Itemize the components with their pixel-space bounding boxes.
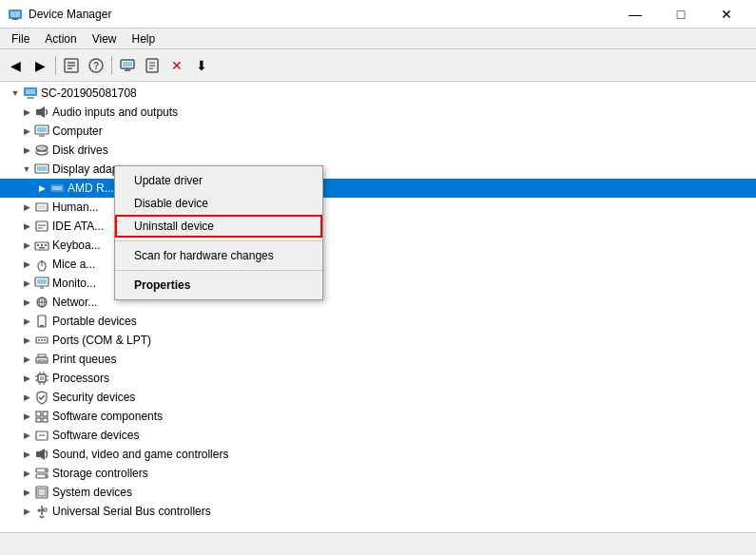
list-item[interactable]: ▶ Storage controllers [0,464,756,483]
properties-button[interactable] [60,54,83,77]
uninstall-button[interactable]: ✕ [165,54,188,77]
ctx-scan-hardware[interactable]: Scan for hardware changes [115,244,322,267]
back-button[interactable]: ◀ [4,54,27,77]
main-panel: ▼ SC-201905081708 ▶ Audio [0,82,756,532]
svg-rect-31 [37,166,47,171]
minimize-button[interactable]: — [613,0,657,29]
audio-icon [34,105,49,120]
mice-icon [34,257,49,272]
ctx-update-driver[interactable]: Update driver [115,169,322,192]
human-icon [34,200,49,215]
computer-button[interactable] [116,54,139,77]
app-icon [8,7,23,22]
svg-point-29 [36,145,48,151]
list-item[interactable]: ▶ Computer [0,122,756,141]
menu-file[interactable]: File [4,30,37,48]
security-icon [34,390,49,405]
svg-point-85 [45,475,47,477]
svg-rect-77 [43,418,48,422]
forward-button[interactable]: ▶ [29,54,51,77]
softcomp-label: Software components [52,410,163,423]
keyboard-label: Keyboa... [52,239,101,252]
svg-rect-62 [38,354,46,357]
softdev-icon [34,428,49,443]
list-item[interactable]: ▶ Ports (COM & LPT) [0,331,756,350]
download-button[interactable]: ⬇ [190,54,213,77]
cpu-label: Processors [52,372,109,385]
tree-root[interactable]: ▼ SC-201905081708 [0,84,756,103]
disk-label: Disk drives [52,144,108,157]
svg-rect-48 [37,279,47,284]
display-icon [34,162,49,177]
list-item[interactable]: ▶ Processors [0,369,756,388]
list-item[interactable]: ▶ Security devices [0,388,756,407]
list-item[interactable]: ▶ Disk drives [0,141,756,160]
ctx-separator-1 [115,240,322,241]
cpu-arrow: ▶ [19,371,34,386]
list-item[interactable]: ▶ Sound, video and game controllers [0,445,756,464]
svg-rect-74 [36,411,41,416]
svg-text:?: ? [93,61,99,71]
root-arrow: ▼ [8,86,23,101]
mice-arrow: ▶ [19,257,34,272]
tree-root-label: SC-201905081708 [41,86,137,100]
list-item[interactable]: ▶ System devices [0,483,756,502]
list-item[interactable]: ▶ Software devices [0,426,756,445]
human-arrow: ▶ [19,200,34,215]
scan-button[interactable] [141,54,164,77]
svg-point-58 [38,339,40,341]
usb-label: Universal Serial Bus controllers [52,505,211,518]
svg-rect-41 [41,244,43,246]
ctx-separator-2 [115,270,322,271]
disk-arrow: ▶ [19,143,34,158]
softcomp-icon [34,409,49,424]
svg-rect-80 [36,451,40,457]
disk-icon [34,143,49,158]
title-bar: Device Manager — □ ✕ [0,0,756,29]
svg-marker-22 [40,106,45,118]
svg-rect-36 [36,221,48,231]
storage-icon [34,466,49,481]
window-controls: — □ ✕ [613,0,748,29]
menu-view[interactable]: View [85,30,125,48]
usb-icon [34,504,49,519]
toolbar-separator-2 [111,56,112,75]
svg-rect-1 [10,11,20,17]
maximize-button[interactable]: □ [659,0,703,29]
ide-label: IDE ATA... [52,220,104,233]
ctx-properties[interactable]: Properties [115,274,322,297]
list-item[interactable]: ▶ Audio inputs and outputs [0,103,756,122]
monitor-arrow: ▶ [19,276,34,291]
device-tree[interactable]: ▼ SC-201905081708 ▶ Audio [0,82,756,532]
svg-rect-18 [26,89,35,94]
window-title: Device Manager [29,8,613,21]
context-menu: Update driver Disable device Uninstall d… [114,165,323,300]
gpu-arrow: ▶ [34,181,49,196]
system-icon [34,485,49,500]
svg-rect-76 [36,418,41,422]
ctx-uninstall-device[interactable]: Uninstall device [115,215,322,238]
computer-icon [23,86,38,101]
menu-help[interactable]: Help [125,30,164,48]
list-item[interactable]: ▶ Software components [0,407,756,426]
svg-rect-33 [52,186,62,190]
system-label: System devices [52,486,132,499]
svg-rect-43 [39,247,45,249]
svg-rect-65 [40,376,44,380]
close-button[interactable]: ✕ [705,0,748,29]
svg-rect-40 [37,244,39,246]
svg-point-60 [44,339,46,341]
storage-arrow: ▶ [19,466,34,481]
list-item[interactable]: ▶ Print queues [0,350,756,369]
svg-rect-63 [38,360,46,362]
ide-icon [34,219,49,234]
network-icon [34,295,49,310]
help-button[interactable]: ? [85,54,107,77]
list-item[interactable]: ▶ Universal Serial Bus controllers [0,502,756,521]
svg-rect-91 [44,508,47,511]
list-item[interactable]: ▶ Portable devices [0,312,756,331]
ctx-disable-device[interactable]: Disable device [115,192,322,215]
toolbar: ◀ ▶ ? ✕ ⬇ [0,49,756,82]
ports-arrow: ▶ [19,333,34,348]
menu-action[interactable]: Action [37,30,84,48]
